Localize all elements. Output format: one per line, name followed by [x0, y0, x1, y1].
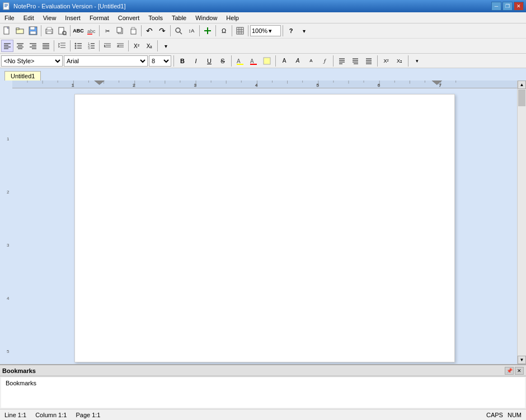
- formula-button[interactable]: 𝑓: [318, 55, 331, 67]
- svg-rect-75: [237, 64, 243, 65]
- open-button[interactable]: [14, 25, 26, 37]
- more-format-button[interactable]: ▾: [411, 55, 423, 67]
- spell-check-button[interactable]: ABC: [72, 25, 84, 37]
- align3-button[interactable]: [363, 55, 375, 67]
- status-caps: CAPS: [486, 412, 503, 418]
- separator: [70, 25, 71, 36]
- menu-window[interactable]: Window: [191, 12, 222, 23]
- italic-button[interactable]: I: [190, 55, 202, 67]
- background-color-button[interactable]: [261, 55, 273, 67]
- menu-help[interactable]: Help: [222, 12, 243, 23]
- redo-button[interactable]: ↷: [156, 25, 168, 37]
- close-button[interactable]: ✕: [514, 2, 524, 11]
- svg-point-54: [75, 43, 77, 45]
- menu-insert[interactable]: Insert: [60, 12, 85, 23]
- separator: [141, 25, 142, 36]
- restore-button[interactable]: ❐: [502, 2, 513, 11]
- ruler-mark-4: 4: [7, 296, 9, 301]
- size-dropdown[interactable]: 8: [149, 55, 171, 67]
- insert-button[interactable]: [201, 25, 214, 37]
- undo-button[interactable]: ↶: [143, 25, 156, 37]
- bullet-list-button[interactable]: [72, 40, 84, 52]
- svg-text:3: 3: [194, 83, 196, 88]
- menu-file[interactable]: File: [0, 12, 19, 23]
- bold-button[interactable]: B: [176, 55, 189, 67]
- bookmarks-pin-button[interactable]: 📌: [505, 367, 514, 375]
- menu-edit[interactable]: Edit: [19, 12, 39, 23]
- menu-format[interactable]: Format: [85, 12, 114, 23]
- highlight-button[interactable]: A: [234, 55, 246, 67]
- separator: [173, 55, 174, 67]
- toolbar-area: ABC abc ✂ ↶ ↷ ↕A Ω 100% ▾: [0, 23, 526, 54]
- numbered-list-button[interactable]: 1.2.3.: [85, 40, 97, 52]
- ruler-mark-1: 1: [7, 136, 9, 141]
- scroll-up-button[interactable]: ▲: [518, 81, 526, 89]
- save-button[interactable]: [27, 25, 39, 37]
- ruler-mark-5: 5: [7, 349, 9, 354]
- line-spacing-button[interactable]: [56, 40, 68, 52]
- svg-rect-27: [237, 27, 243, 34]
- cut-button[interactable]: ✂: [101, 25, 114, 37]
- indent-increase-button[interactable]: [101, 40, 114, 52]
- format-bar: <No Style> Arial 8 B I U S A A A A A 𝑓 X…: [0, 54, 526, 68]
- subscript-button[interactable]: X₂: [143, 40, 156, 52]
- justify-button[interactable]: [40, 40, 52, 52]
- subscript2-button[interactable]: X₂: [393, 55, 406, 67]
- scroll-thumb[interactable]: [518, 89, 525, 106]
- table-button[interactable]: [234, 25, 246, 37]
- separator: [99, 40, 100, 51]
- find-button[interactable]: [172, 25, 185, 37]
- align-left-button[interactable]: [1, 40, 13, 52]
- dropdown-more[interactable]: ▾: [298, 25, 310, 37]
- copy-button[interactable]: [114, 25, 126, 37]
- document-tab[interactable]: Untitled1: [4, 71, 41, 81]
- document-page[interactable]: [74, 94, 455, 362]
- status-right: CAPS NUM: [486, 412, 522, 418]
- print-button[interactable]: [43, 25, 55, 37]
- strikethrough-button[interactable]: S: [217, 55, 229, 67]
- font-color-button[interactable]: A: [247, 55, 260, 67]
- scroll-down-button[interactable]: ▼: [518, 356, 526, 364]
- content-area: 1 2 3 4 5 6 7: [12, 81, 517, 364]
- separator: [70, 40, 71, 51]
- char-style3-button[interactable]: A: [305, 55, 317, 67]
- menu-convert[interactable]: Convert: [114, 12, 144, 23]
- superscript2-button[interactable]: X²: [380, 55, 392, 67]
- style-dropdown[interactable]: <No Style>: [1, 55, 63, 67]
- char-style2-button[interactable]: A: [292, 55, 304, 67]
- help-button[interactable]: ?: [285, 25, 297, 37]
- zoom-dropdown[interactable]: 100% ▾: [250, 25, 281, 36]
- bookmarks-close-button[interactable]: ✕: [515, 367, 524, 375]
- menu-view[interactable]: View: [39, 12, 61, 23]
- svg-text:4: 4: [255, 83, 257, 88]
- paste-button[interactable]: [127, 25, 139, 37]
- status-page: Page 1:1: [76, 412, 100, 418]
- align-center-button[interactable]: [14, 40, 26, 52]
- underline-button[interactable]: U: [203, 55, 215, 67]
- separator: [54, 40, 54, 51]
- new-button[interactable]: [1, 25, 13, 37]
- special-chars-button[interactable]: Ω: [218, 25, 230, 37]
- separator: [199, 25, 200, 36]
- svg-point-58: [75, 48, 77, 49]
- menu-table[interactable]: Table: [167, 12, 191, 23]
- align-button[interactable]: [336, 55, 348, 67]
- align2-button[interactable]: [349, 55, 361, 67]
- superscript-button[interactable]: X²: [130, 40, 143, 52]
- right-scrollbar[interactable]: ▲ ▼: [517, 81, 526, 364]
- char-style-button[interactable]: A: [278, 55, 290, 67]
- doc-viewport[interactable]: [12, 88, 517, 364]
- replace-button[interactable]: ↕A: [185, 25, 198, 37]
- align-right-button[interactable]: [27, 40, 39, 52]
- print-preview-button[interactable]: [56, 25, 68, 37]
- font-dropdown[interactable]: Arial: [64, 55, 148, 67]
- tab-row: Untitled1: [0, 68, 526, 81]
- menu-tools[interactable]: Tools: [144, 12, 167, 23]
- minimize-button[interactable]: ─: [491, 2, 501, 11]
- indent-decrease-button[interactable]: [114, 40, 126, 52]
- svg-rect-9: [30, 27, 35, 30]
- svg-text:1: 1: [72, 83, 74, 88]
- more-dropdown[interactable]: ▾: [159, 40, 172, 52]
- grammar-button[interactable]: abc: [85, 25, 97, 37]
- status-column: Column 1:1: [35, 412, 67, 418]
